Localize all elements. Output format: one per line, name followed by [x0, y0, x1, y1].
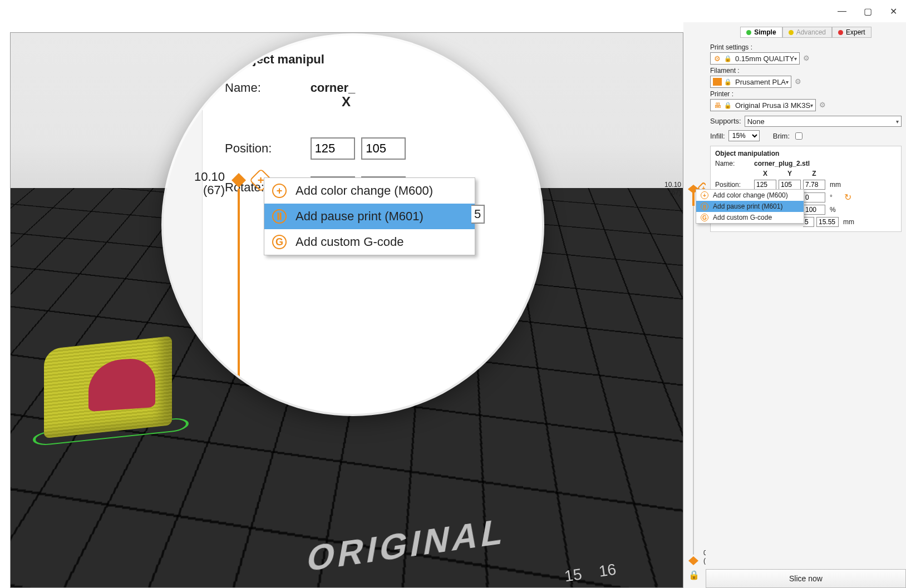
zoom-peek-input: 5 [471, 205, 485, 224]
mode-tabs: Simple Advanced Expert [710, 27, 902, 38]
rotate-reset-icon[interactable]: ↻ [844, 192, 851, 202]
zoom-menu-gcode-label: Add custom G-code [296, 235, 403, 249]
chevron-down-icon: ▾ [810, 102, 813, 108]
chevron-down-icon: ▾ [786, 79, 789, 85]
printer-icon: 🖶 [713, 101, 722, 109]
brim-checkbox[interactable] [795, 132, 802, 140]
svg-marker-0 [232, 173, 246, 187]
right-panel: Simple Advanced Expert Print settings : … [706, 22, 906, 588]
layer-bottom-handle[interactable] [688, 556, 699, 566]
filament-color-swatch[interactable] [713, 78, 722, 86]
zoom-name-value: corner_ [311, 81, 356, 95]
svg-marker-2 [688, 556, 698, 565]
g-circle-icon: G [701, 214, 708, 221]
printer-dropdown[interactable]: 🖶 🔒 Original Prusa i3 MK3S ▾ [710, 99, 816, 111]
window-maximize-button[interactable]: ▢ [855, 0, 880, 22]
position-x-input[interactable] [754, 180, 776, 190]
infill-label: Infill: [710, 132, 725, 140]
print-settings-value: 0.15mm QUALITY [735, 55, 794, 63]
gear-icon: ⚙ [713, 55, 722, 62]
scale-unit: % [828, 206, 842, 214]
supports-value: None [747, 117, 896, 126]
position-z-input[interactable] [803, 180, 825, 190]
print-settings-edit-icon[interactable]: ⚙ [802, 54, 811, 62]
slice-now-button[interactable]: Slice now [706, 569, 906, 588]
title-bar: — ▢ ✕ [0, 0, 906, 22]
zoom-menu-color-change[interactable]: + Add color change (M600) [264, 178, 475, 204]
manip-z-header: Z [803, 170, 825, 177]
window-minimize-button[interactable]: — [829, 0, 855, 22]
menu-gcode-label: Add custom G-code [713, 214, 772, 221]
size-unit: mm [841, 218, 855, 226]
rotate-z-input[interactable] [803, 192, 825, 202]
lock-icon: 🔒 [724, 55, 732, 62]
yellow-dot-icon [789, 30, 794, 35]
pause-circle-icon: ⏸ [272, 209, 287, 224]
manip-name-label: Name: [715, 160, 752, 167]
position-y-input[interactable] [779, 180, 801, 190]
filament-dropdown[interactable]: 🔒 Prusament PLA ▾ [710, 76, 791, 88]
plus-circle-icon: + [272, 184, 287, 198]
zoom-layer-handle-icon[interactable] [230, 172, 247, 189]
chevron-down-icon: ▾ [896, 118, 899, 125]
green-dot-icon [746, 30, 751, 35]
zoom-menu-pause-print[interactable]: ⏸ Add pause print (M601) [264, 204, 475, 229]
zoom-group-title: Object manipul [236, 52, 520, 67]
menu-pause-print[interactable]: ⏸ Add pause print (M601) [696, 201, 804, 212]
supports-label: Supports: [710, 117, 741, 125]
zoom-menu-pause-label: Add pause print (M601) [296, 209, 424, 224]
zoom-menu-color-label: Add color change (M600) [296, 184, 433, 198]
red-dot-icon [838, 30, 843, 35]
zoom-menu-custom-gcode[interactable]: G Add custom G-code [264, 229, 475, 255]
size-y-peek-input[interactable] [803, 217, 814, 227]
menu-color-change[interactable]: + Add color change (M600) [696, 190, 804, 201]
zoom-position-x-input[interactable] [311, 137, 355, 160]
mode-simple-button[interactable]: Simple [740, 27, 782, 38]
chevron-down-icon: ▾ [794, 56, 797, 62]
zoom-magnifier: Object manipul Name: corner_ X Position:… [164, 36, 542, 414]
pause-circle-icon: ⏸ [701, 202, 708, 210]
filament-label: Filament : [710, 67, 902, 75]
slice-now-label: Slice now [789, 574, 823, 583]
printer-label: Printer : [710, 90, 902, 98]
print-settings-label: Print settings : [710, 43, 902, 51]
supports-dropdown[interactable]: None ▾ [745, 116, 902, 127]
g-circle-icon: G [272, 235, 287, 249]
zoom-position-label: Position: [225, 141, 308, 156]
zoom-position-y-input[interactable] [361, 137, 406, 160]
layer-lock-icon[interactable]: 🔒 [688, 570, 700, 580]
layer-slider-track[interactable] [693, 189, 694, 555]
plus-circle-icon: + [701, 191, 708, 199]
mode-advanced-button[interactable]: Advanced [782, 27, 832, 38]
mode-expert-button[interactable]: Expert [832, 27, 871, 38]
manip-title: Object manipulation [715, 150, 897, 157]
manip-y-header: Y [779, 170, 801, 177]
print-settings-dropdown[interactable]: ⚙ 🔒 0.15mm QUALITY ▾ [710, 52, 800, 65]
printer-edit-icon[interactable]: ⚙ [818, 101, 827, 109]
layer-top-value: 10.10(67) [664, 181, 681, 196]
brim-label: Brim: [773, 132, 790, 140]
manip-name-value: corner_plug_2.stl [754, 160, 810, 167]
filament-value: Prusament PLA [735, 78, 786, 86]
lock-icon: 🔒 [724, 78, 732, 86]
infill-select[interactable]: 15% [728, 130, 760, 141]
rotate-unit: ° [828, 194, 842, 201]
viewport-3d[interactable]: ORIGINAL 15 16 Object manipul Name: corn… [10, 32, 683, 588]
layer-slider-column: 10.10(67) + 0.20(1) 🔒 [683, 22, 706, 588]
menu-custom-gcode[interactable]: G Add custom G-code [696, 212, 804, 223]
scale-z-input[interactable] [803, 205, 825, 215]
filament-edit-icon[interactable]: ⚙ [794, 77, 802, 86]
manip-x-header: X [754, 170, 776, 177]
zoom-layer-value: 10.10(67) [186, 170, 225, 197]
zoom-x-header: X [342, 94, 351, 110]
size-z-input[interactable] [816, 217, 839, 227]
model-preview[interactable] [33, 332, 183, 443]
manip-position-label: Position: [715, 181, 752, 189]
menu-pause-label: Add pause print (M601) [713, 202, 782, 210]
zoom-context-menu: + Add color change (M600) ⏸ Add pause pr… [264, 177, 475, 255]
zoom-name-label: Name: [225, 81, 308, 95]
printer-value: Original Prusa i3 MK3S [735, 101, 810, 110]
window-close-button[interactable]: ✕ [880, 0, 906, 22]
position-unit: mm [828, 181, 842, 189]
lock-icon: 🔒 [724, 102, 732, 109]
